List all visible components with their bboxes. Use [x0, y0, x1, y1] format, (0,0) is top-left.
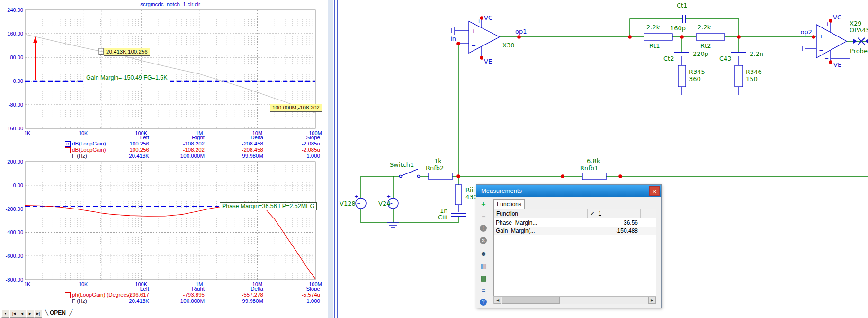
tab-edge-right: ╱ [69, 309, 72, 316]
axis-tick-label: -200.00 [0, 206, 23, 212]
plot-title: scrgmcdc_notch_1.cir.cir [25, 1, 315, 7]
node-in-label: in [450, 35, 456, 42]
scroll-right-icon[interactable]: ▶ [648, 297, 656, 304]
resistor-r346[interactable] [735, 65, 743, 87]
pane-divider[interactable] [337, 0, 338, 318]
next-page-button[interactable]: ▶ [26, 310, 34, 318]
user-settings-icon[interactable]: ☻ [479, 249, 488, 258]
capacitor-ciii[interactable] [451, 213, 466, 216]
rnfb2-name: Rnfb2 [426, 164, 444, 172]
axis-tick-label: 240.00 [0, 7, 23, 13]
prev-page-button[interactable]: ◀ [18, 310, 26, 318]
page-dropdown-button[interactable]: ▼ [1, 310, 9, 318]
value-cell: 100.256 [97, 147, 149, 153]
switch-blade[interactable] [401, 169, 418, 176]
phase-margin-label[interactable]: Phase Margin=36.56 FP=2.52MEG [220, 202, 317, 210]
measurement-row-name[interactable]: Gain_Margin(... [496, 227, 586, 235]
value-cell: -108.202 [152, 147, 205, 153]
probe-name: Probe1 [850, 47, 868, 55]
c43-name: C43 [719, 55, 732, 62]
probe-arrow-left [853, 39, 857, 44]
value-cell: -236.617 [97, 292, 149, 298]
remove-function-icon[interactable]: − [479, 212, 488, 221]
scrollbar-thumb[interactable] [502, 297, 560, 304]
last-page-button[interactable]: ▶| [34, 310, 42, 318]
capacitor-c43[interactable] [731, 52, 746, 55]
table-view-icon[interactable]: ▦ [479, 262, 488, 270]
x29-ve-label: VE [833, 61, 841, 68]
axis-tick-label: 160.00 [0, 31, 23, 36]
app-window: scrgmcdc_notch_1.cir.cir 20.413K,100.256… [0, 0, 868, 318]
freq-label: F (Hz) [72, 298, 87, 304]
axis-tick-label: 80.00 [0, 55, 23, 60]
tab-open[interactable]: OPEN [50, 309, 66, 316]
pane-divider[interactable] [334, 0, 335, 318]
v128-name: V128 [340, 200, 356, 207]
value-cell: 20.413K [97, 153, 149, 159]
svg-text:+: + [825, 21, 830, 27]
window-title: Measurements [481, 187, 522, 194]
value-cell: -793.895 [152, 292, 205, 298]
rnfb2-value: 1k [434, 157, 442, 164]
close-icon[interactable]: ✕ [649, 186, 660, 196]
value-cell: -2.085u [268, 141, 320, 147]
resistor-rt1[interactable] [644, 34, 672, 40]
resistor-rt2[interactable] [696, 34, 725, 40]
first-page-button[interactable]: |◀ [10, 310, 18, 318]
plot-pane-scrollbar[interactable] [328, 0, 333, 318]
axis-tick-label: 10K [72, 282, 95, 287]
axis-tick-label: 200.00 [0, 159, 23, 164]
capacitor-ct2[interactable] [674, 52, 689, 55]
gain-margin-label[interactable]: Gain Margin=-150.49 FG=1.5K [84, 74, 170, 82]
add-function-icon[interactable]: + [479, 200, 488, 209]
axis-tick-label: 10M [246, 282, 268, 287]
scroll-left-icon[interactable]: ◀ [494, 297, 501, 304]
info-icon[interactable]: ! [480, 225, 487, 232]
value-cell: 100.000M [152, 298, 205, 304]
rnfb1-value: 6.8k [587, 157, 600, 164]
tab-strip-line [74, 310, 328, 310]
axis-tick-label: 0.00 [0, 182, 23, 188]
export-book-icon[interactable]: ▤ [479, 274, 488, 282]
svg-text:−: − [475, 52, 479, 58]
value-cell: -108.202 [152, 141, 205, 147]
report-icon[interactable]: ≡ [479, 286, 488, 295]
axis-tick-label: -600.00 [0, 253, 23, 259]
resistor-r345[interactable] [678, 65, 686, 87]
ground-symbol [387, 223, 399, 227]
capacitor-ct1[interactable] [683, 15, 686, 23]
curve-marker[interactable] [65, 292, 71, 298]
r345-value: 360 [689, 75, 701, 82]
cursor-value-tooltip[interactable]: 20.413K,100.256 [104, 48, 150, 56]
r346-value: 150 [746, 75, 758, 82]
delete-icon[interactable]: ✕ [480, 237, 487, 244]
axis-tick-label: 10K [72, 130, 95, 136]
resistor-rnfb1[interactable] [582, 173, 606, 180]
axis-tick-label: 0.00 [0, 78, 23, 84]
horizontal-scrollbar[interactable]: ◀ ▶ [493, 296, 656, 304]
rt2-value: 2.2k [698, 24, 711, 31]
rt1-name: Rt1 [649, 42, 660, 49]
resistor-rnfb2[interactable] [429, 173, 452, 180]
check-icon: ✔ [590, 211, 594, 217]
axis-tick-label: 100K [130, 282, 152, 287]
help-icon[interactable]: ? [480, 299, 487, 306]
value-cell: -208.458 [211, 147, 263, 153]
rt1-value: 2.2k [646, 24, 660, 31]
axis-tick-label: 1K [24, 282, 45, 287]
tab-functions[interactable]: Functions [493, 199, 525, 209]
measurements-titlebar[interactable]: Measurements [476, 185, 661, 197]
r345-name: R345 [689, 68, 705, 75]
measurement-row-value: 36.56 [588, 219, 638, 227]
branch-marker[interactable]: B [65, 141, 71, 147]
value-cell: 1.000 [268, 153, 320, 159]
resistor-riii[interactable] [455, 185, 462, 205]
v24-name: V24 [378, 200, 390, 207]
col-value-header[interactable]: ✔1 [588, 209, 641, 218]
right-cursor-tooltip[interactable]: 100.000M,-108.202 [270, 104, 322, 112]
functions-table: Function ✔1 Phase_Margin... 36.56 Gain_M… [493, 209, 656, 296]
col-function-header[interactable]: Function [494, 209, 588, 218]
measurement-row-name[interactable]: Phase_Margin... [496, 219, 586, 227]
svg-text:+: + [819, 33, 823, 40]
curve-marker[interactable] [65, 147, 71, 153]
